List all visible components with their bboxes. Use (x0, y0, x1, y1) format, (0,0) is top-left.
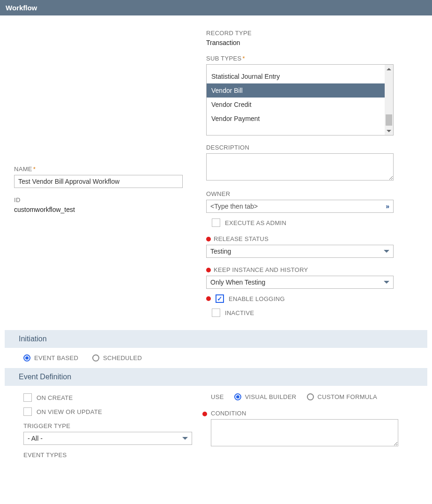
id-field-group: ID customworkflow_test (14, 196, 192, 213)
trigger-type-label: TRIGGER TYPE (23, 422, 192, 429)
checkmark-icon: ✓ (217, 295, 223, 302)
enable-logging-label: ENABLE LOGGING (229, 295, 285, 302)
chevron-down-icon (182, 437, 188, 440)
sub-types-group: SUB TYPES* Statistical Journal Entry Ven… (206, 55, 418, 135)
red-dot-icon (206, 296, 211, 301)
on-create-row: ON CREATE (23, 393, 192, 402)
triangle-down-icon (387, 130, 391, 132)
use-label: USE (211, 393, 224, 400)
sub-types-label: SUB TYPES* (206, 55, 418, 62)
visual-builder-radio[interactable]: VISUAL BUILDER (234, 393, 297, 400)
event-def-left: ON CREATE ON VIEW OR UPDATE TRIGGER TYPE… (23, 393, 192, 461)
visual-builder-label: VISUAL BUILDER (245, 393, 297, 400)
sub-types-items: Statistical Journal Entry Vendor Bill Ve… (207, 65, 393, 135)
record-type-label: RECORD TYPE (206, 30, 418, 37)
scrollbar[interactable] (385, 65, 393, 135)
execute-admin-label: EXECUTE AS ADMIN (225, 219, 286, 226)
required-star-icon: * (242, 55, 245, 62)
on-view-update-checkbox[interactable] (23, 407, 32, 416)
on-view-update-label: ON VIEW OR UPDATE (37, 408, 102, 415)
radio-selected-icon (23, 354, 30, 361)
list-item[interactable] (207, 65, 393, 69)
owner-label: OWNER (206, 190, 418, 197)
chevron-down-icon (384, 250, 389, 253)
record-type-group: RECORD TYPE Transaction (206, 30, 418, 46)
inactive-checkbox[interactable] (212, 308, 220, 317)
red-dot-icon (202, 412, 207, 416)
list-item[interactable]: Vendor Payment (207, 112, 393, 126)
condition-textarea[interactable] (211, 419, 398, 446)
trigger-type-value: - All - (28, 435, 43, 442)
on-view-update-row: ON VIEW OR UPDATE (23, 407, 192, 416)
keep-instance-dropdown[interactable]: Only When Testing (206, 276, 394, 289)
description-label: DESCRIPTION (206, 144, 418, 151)
event-def-right: USE VISUAL BUILDER CUSTOM FORMULA CONDIT… (211, 393, 409, 461)
execute-admin-row: EXECUTE AS ADMIN (212, 218, 418, 227)
release-status-group: RELEASE STATUS Testing (206, 235, 418, 258)
scheduled-radio[interactable]: SCHEDULED (92, 354, 142, 361)
record-type-value: Transaction (206, 39, 418, 46)
page-title-bar: Workflow (0, 0, 432, 15)
left-column: NAME* ID customworkflow_test (14, 30, 192, 325)
on-create-checkbox[interactable] (23, 393, 32, 402)
inactive-row: INACTIVE (212, 308, 418, 317)
red-dot-icon (206, 268, 211, 272)
red-dot-icon (206, 237, 211, 241)
id-label: ID (14, 196, 192, 203)
name-label: NAME* (14, 165, 192, 173)
name-field-group: NAME* (14, 165, 192, 188)
chevron-double-down-icon: » (386, 203, 389, 210)
sub-types-listbox[interactable]: Statistical Journal Entry Vendor Bill Ve… (206, 64, 394, 135)
radio-dot-icon (236, 395, 239, 399)
keep-instance-label: KEEP INSTANCE AND HISTORY (214, 266, 308, 273)
radio-selected-icon (234, 393, 241, 400)
on-create-label: ON CREATE (37, 394, 73, 401)
scroll-up-button[interactable] (385, 65, 393, 73)
owner-placeholder: <Type then tab> (210, 203, 258, 210)
keep-instance-label-row: KEEP INSTANCE AND HISTORY (206, 266, 418, 273)
description-group: DESCRIPTION (206, 144, 418, 182)
list-item[interactable]: Vendor Credit (207, 98, 393, 112)
chevron-down-icon (384, 281, 389, 284)
release-status-label: RELEASE STATUS (214, 235, 268, 242)
scroll-down-button[interactable] (385, 127, 393, 135)
keep-instance-group: KEEP INSTANCE AND HISTORY Only When Test… (206, 266, 418, 317)
event-types-label: EVENT TYPES (23, 451, 192, 459)
radio-dot-icon (25, 356, 29, 360)
event-based-radio[interactable]: EVENT BASED (23, 354, 78, 361)
required-star-icon: * (33, 165, 36, 173)
list-item-selected[interactable]: Vendor Bill (207, 83, 393, 98)
name-input[interactable] (14, 175, 183, 188)
condition-label: CONDITION (211, 410, 409, 417)
id-value: customworkflow_test (14, 206, 192, 213)
enable-logging-row: ✓ ENABLE LOGGING (206, 294, 418, 303)
initiation-header: Initiation (5, 330, 427, 348)
scroll-thumb[interactable] (386, 114, 392, 126)
owner-group: OWNER <Type then tab> » EXECUTE AS ADMIN (206, 190, 418, 227)
initiation-content: EVENT BASED SCHEDULED (0, 348, 432, 368)
keep-instance-value: Only When Testing (210, 278, 265, 286)
release-status-value: Testing (210, 248, 231, 255)
event-definition-header: Event Definition (5, 368, 427, 386)
use-row: USE VISUAL BUILDER CUSTOM FORMULA (211, 393, 409, 400)
owner-combobox[interactable]: <Type then tab> » (206, 200, 394, 213)
inactive-label: INACTIVE (225, 309, 254, 316)
list-item[interactable]: Statistical Journal Entry (207, 69, 393, 83)
trigger-type-group: TRIGGER TYPE - All - (23, 422, 192, 445)
main-form: NAME* ID customworkflow_test RECORD TYPE… (0, 15, 432, 330)
right-column: RECORD TYPE Transaction SUB TYPES* Stati… (206, 30, 418, 325)
release-status-label-row: RELEASE STATUS (206, 235, 418, 242)
condition-group: CONDITION (211, 410, 409, 448)
scheduled-label: SCHEDULED (103, 354, 142, 361)
triangle-up-icon (387, 68, 391, 70)
enable-logging-checkbox[interactable]: ✓ (216, 294, 224, 303)
event-definition-content: ON CREATE ON VIEW OR UPDATE TRIGGER TYPE… (0, 386, 432, 466)
event-based-label: EVENT BASED (34, 354, 78, 361)
custom-formula-radio[interactable]: CUSTOM FORMULA (307, 393, 377, 400)
release-status-dropdown[interactable]: Testing (206, 245, 394, 258)
description-textarea[interactable] (206, 153, 394, 181)
execute-admin-checkbox[interactable] (212, 218, 220, 227)
radio-unselected-icon (92, 354, 99, 361)
initiation-radio-row: EVENT BASED SCHEDULED (23, 354, 409, 361)
trigger-type-dropdown[interactable]: - All - (23, 432, 192, 445)
